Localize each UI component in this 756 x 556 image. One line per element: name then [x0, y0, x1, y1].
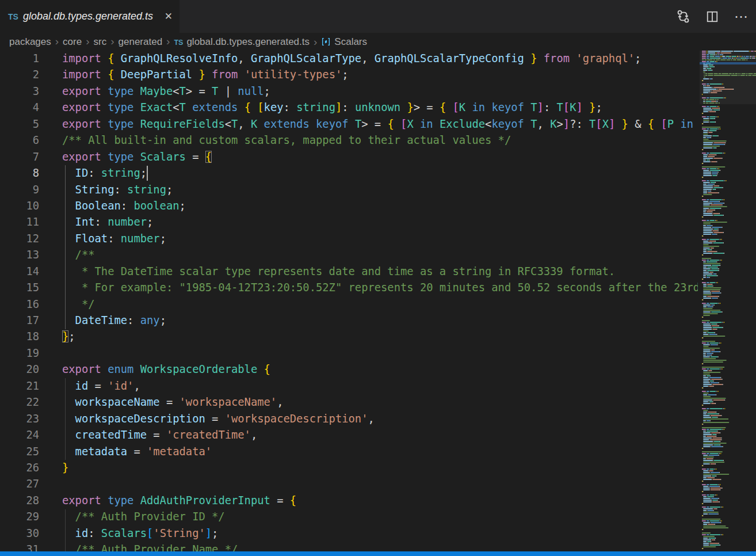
line-number[interactable]: 6: [0, 132, 39, 148]
more-actions-icon[interactable]: ⋯: [734, 10, 748, 24]
code-text: workspaceName = 'workspaceName',: [39, 394, 283, 410]
code-line[interactable]: 21 id = 'id',: [0, 378, 698, 394]
line-number[interactable]: 1: [0, 51, 39, 67]
editor-actions: ⋯: [676, 0, 756, 33]
line-number[interactable]: 4: [0, 100, 39, 116]
code-line[interactable]: 5export type RequireFields<T, K extends …: [0, 116, 698, 132]
line-number[interactable]: 20: [0, 361, 39, 378]
code-text: import { GraphQLResolveInfo, GraphQLScal…: [39, 51, 641, 67]
code-line[interactable]: 15 * For example: "1985-04-12T23:20:50.5…: [0, 280, 698, 296]
code-line[interactable]: 17 DateTime: any;: [0, 313, 698, 329]
line-number[interactable]: 23: [0, 411, 39, 427]
line-number[interactable]: 2: [0, 67, 39, 83]
line-number[interactable]: 30: [0, 525, 39, 542]
text-cursor: [147, 166, 148, 181]
split-editor-icon[interactable]: [705, 10, 719, 24]
line-number[interactable]: 19: [0, 345, 39, 361]
tab-bar: TS global.db.types.generated.ts ✕ ⋯: [0, 0, 756, 33]
symbol-type-icon: [321, 37, 331, 47]
line-number[interactable]: 27: [0, 476, 39, 492]
line-number[interactable]: 28: [0, 493, 39, 509]
line-number[interactable]: 10: [0, 198, 39, 214]
code-line[interactable]: 4export type Exact<T extends { [key: str…: [0, 100, 698, 116]
line-number[interactable]: 29: [0, 509, 39, 525]
code-line[interactable]: 23 workspaceDescription = 'workspaceDesc…: [0, 411, 698, 427]
code-line[interactable]: 9 String: string;: [0, 182, 698, 198]
line-number[interactable]: 17: [0, 313, 39, 329]
line-number[interactable]: 18: [0, 329, 39, 345]
line-number[interactable]: 22: [0, 394, 39, 410]
code-line[interactable]: 14 * The DateTime scalar type represents…: [0, 264, 698, 280]
code-line[interactable]: 13 /**: [0, 247, 698, 263]
code-text: export type Maybe<T> = T | null;: [39, 83, 270, 100]
code-line[interactable]: 18};: [0, 329, 698, 345]
line-number[interactable]: 12: [0, 231, 39, 247]
line-number[interactable]: 15: [0, 280, 39, 296]
code-text: id = 'id',: [39, 378, 140, 394]
code-text: */: [39, 296, 95, 313]
code-line[interactable]: 22 workspaceName = 'workspaceName',: [0, 394, 698, 410]
code-text: workspaceDescription = 'workspaceDescrip…: [39, 411, 375, 427]
minimap-content: [700, 51, 756, 551]
line-number[interactable]: 24: [0, 427, 39, 443]
line-number[interactable]: 13: [0, 247, 39, 263]
code-line[interactable]: 24 createdTime = 'createdTime',: [0, 427, 698, 443]
code-editor[interactable]: 1import { GraphQLResolveInfo, GraphQLSca…: [0, 51, 698, 556]
line-number[interactable]: 8: [0, 165, 39, 181]
breadcrumb-item-symbol[interactable]: Scalars: [321, 36, 367, 48]
indent-guide: [65, 165, 66, 329]
code-line[interactable]: 30 id: Scalars['String'];: [0, 525, 698, 542]
code-text: export type Scalars = {: [39, 149, 212, 165]
code-text: export type AddAuthProviderInput = {: [39, 493, 296, 509]
line-number[interactable]: 7: [0, 149, 39, 165]
code-text: /** All built-in and custom scalars, map…: [39, 132, 511, 148]
breadcrumb-item-core[interactable]: core: [63, 36, 82, 47]
close-icon[interactable]: ✕: [165, 10, 173, 22]
code-text: }: [39, 460, 68, 476]
line-number[interactable]: 9: [0, 182, 39, 198]
code-text: ID: string;: [39, 165, 147, 181]
code-line[interactable]: 28export type AddAuthProviderInput = {: [0, 493, 698, 509]
code-line[interactable]: 29 /** Auth Provider ID */: [0, 509, 698, 525]
chevron-right-icon: ›: [110, 35, 114, 47]
breadcrumb-folders: packages›core›src›generated›: [9, 36, 174, 48]
indent-guide: [65, 509, 66, 556]
minimap[interactable]: [700, 51, 756, 551]
line-number[interactable]: 26: [0, 460, 39, 476]
line-number[interactable]: 21: [0, 378, 39, 394]
code-line[interactable]: 6/** All built-in and custom scalars, ma…: [0, 132, 698, 148]
code-line[interactable]: 16 */: [0, 296, 698, 313]
code-line[interactable]: 10 Boolean: boolean;: [0, 198, 698, 214]
compare-changes-icon[interactable]: [676, 9, 690, 24]
line-number[interactable]: 3: [0, 83, 39, 100]
line-number[interactable]: 11: [0, 214, 39, 230]
code-line[interactable]: 25 metadata = 'metadata': [0, 444, 698, 460]
breadcrumb-item-src[interactable]: src: [94, 36, 107, 47]
code-text: import { DeepPartial } from 'utility-typ…: [39, 67, 349, 83]
code-line[interactable]: 12 Float: number;: [0, 231, 698, 247]
breadcrumb-item-generated[interactable]: generated: [119, 36, 163, 47]
minimap-slider[interactable]: [700, 51, 756, 104]
code-line[interactable]: 8 ID: string;: [0, 165, 698, 181]
code-line[interactable]: 2import { DeepPartial } from 'utility-ty…: [0, 67, 698, 83]
breadcrumb-item-packages[interactable]: packages: [9, 36, 51, 47]
line-number[interactable]: 25: [0, 444, 39, 460]
tab-global-db-types[interactable]: TS global.db.types.generated.ts ✕: [0, 0, 180, 33]
code-line[interactable]: 20export enum WorkspaceOrderable {: [0, 361, 698, 378]
code-text: Float: number;: [39, 231, 166, 247]
code-text: /**: [39, 247, 95, 263]
code-line[interactable]: 3export type Maybe<T> = T | null;: [0, 83, 698, 100]
code-text: * For example: "1985-04-12T23:20:50.52Z"…: [39, 280, 698, 296]
breadcrumb-item-file[interactable]: TSglobal.db.types.generated.ts: [174, 36, 310, 48]
code-line[interactable]: 1import { GraphQLResolveInfo, GraphQLSca…: [0, 51, 698, 67]
line-number[interactable]: 5: [0, 116, 39, 132]
code-line[interactable]: 27: [0, 476, 698, 492]
code-line[interactable]: 19: [0, 345, 698, 361]
code-line[interactable]: 26}: [0, 460, 698, 476]
line-number[interactable]: 16: [0, 296, 39, 313]
code-line[interactable]: 7export type Scalars = {: [0, 149, 698, 165]
line-number[interactable]: 14: [0, 264, 39, 280]
code-line[interactable]: 11 Int: number;: [0, 214, 698, 230]
chevron-right-icon: ›: [55, 35, 59, 47]
code-text: export enum WorkspaceOrderable {: [39, 361, 270, 378]
